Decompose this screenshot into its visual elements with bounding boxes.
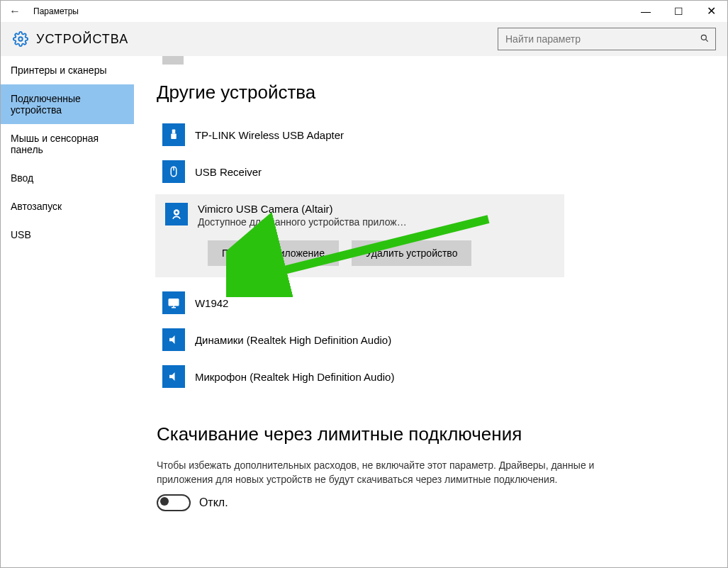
titlebar: ← Параметры — ☐ ✕	[1, 1, 727, 22]
camera-icon	[165, 203, 188, 225]
get-app-button[interactable]: Получить приложение	[208, 240, 339, 266]
svg-rect-3	[172, 130, 176, 134]
device-label: USB Receiver	[195, 166, 262, 178]
search-box[interactable]	[498, 28, 716, 50]
svg-point-1	[701, 35, 706, 40]
sidebar-item-mouse[interactable]: Мышь и сенсорная панель	[1, 124, 134, 164]
device-row[interactable]: USB Receiver	[134, 153, 727, 190]
device-row[interactable]: W1942	[134, 284, 727, 321]
minimize-button[interactable]: —	[629, 1, 662, 22]
sidebar: Принтеры и сканеры Подключенные устройст…	[1, 56, 134, 567]
svg-rect-4	[171, 134, 177, 140]
sidebar-item-typing[interactable]: Ввод	[1, 164, 134, 192]
search-icon	[700, 33, 710, 45]
sidebar-item-connected-devices[interactable]: Подключенные устройства	[1, 84, 134, 124]
maximize-icon: ☐	[674, 6, 683, 17]
speaker-icon	[162, 365, 185, 388]
monitor-icon	[162, 291, 185, 314]
sidebar-item-autoplay[interactable]: Автозапуск	[1, 192, 134, 221]
sidebar-item-usb[interactable]: USB	[1, 221, 134, 249]
prev-section-stub	[162, 56, 184, 65]
device-label: W1942	[195, 297, 229, 309]
page-title: УСТРОЙСТВА	[36, 32, 498, 47]
usb-adapter-icon	[162, 123, 185, 146]
settings-window: ← Параметры — ☐ ✕ УСТРОЙСТВА	[0, 0, 728, 568]
back-arrow-icon: ←	[9, 5, 21, 17]
device-label: Микрофон (Realtek High Definition Audio)	[195, 371, 395, 383]
svg-marker-12	[169, 335, 175, 344]
device-row[interactable]: TP-LINK Wireless USB Adapter	[134, 116, 727, 153]
svg-rect-9	[169, 299, 179, 306]
speaker-icon	[162, 328, 185, 351]
device-row[interactable]: Динамики (Realtek High Definition Audio)	[134, 321, 727, 358]
device-label: TP-LINK Wireless USB Adapter	[195, 129, 344, 141]
header-band: УСТРОЙСТВА	[1, 22, 727, 56]
back-button[interactable]: ←	[1, 5, 29, 18]
section-metered-title: Скачивание через лимитные подключения	[157, 423, 727, 445]
device-name: Vimicro USB Camera (Altair)	[198, 203, 407, 215]
device-row[interactable]: Микрофон (Realtek High Definition Audio)	[134, 358, 727, 395]
window-title: Параметры	[29, 6, 629, 16]
metered-description: Чтобы избежать дополнительных расходов, …	[157, 458, 600, 487]
remove-device-button[interactable]: Удалить устройство	[352, 240, 471, 266]
body: Принтеры и сканеры Подключенные устройст…	[1, 56, 727, 567]
svg-point-8	[175, 211, 177, 213]
svg-marker-13	[169, 372, 175, 381]
gear-icon	[12, 30, 29, 48]
content: Другие устройства TP-LINK Wireless USB A…	[134, 56, 727, 567]
mouse-icon	[162, 160, 185, 183]
metered-toggle[interactable]	[157, 494, 191, 511]
sidebar-item-printers[interactable]: Принтеры и сканеры	[1, 56, 134, 84]
close-icon: ✕	[707, 5, 716, 17]
maximize-button[interactable]: ☐	[662, 1, 695, 22]
search-input[interactable]	[504, 33, 700, 45]
svg-line-2	[705, 39, 707, 41]
toggle-label: Откл.	[199, 496, 228, 509]
section-other-devices-title: Другие устройства	[157, 82, 727, 104]
svg-point-0	[18, 37, 23, 41]
close-button[interactable]: ✕	[695, 1, 727, 22]
device-card-selected: Vimicro USB Camera (Altair) Доступное дл…	[155, 194, 564, 277]
device-subtitle: Доступное для данного устройства прилож…	[198, 216, 407, 228]
device-label: Динамики (Realtek High Definition Audio)	[195, 334, 391, 346]
minimize-icon: —	[641, 6, 651, 17]
toggle-knob	[160, 497, 169, 506]
